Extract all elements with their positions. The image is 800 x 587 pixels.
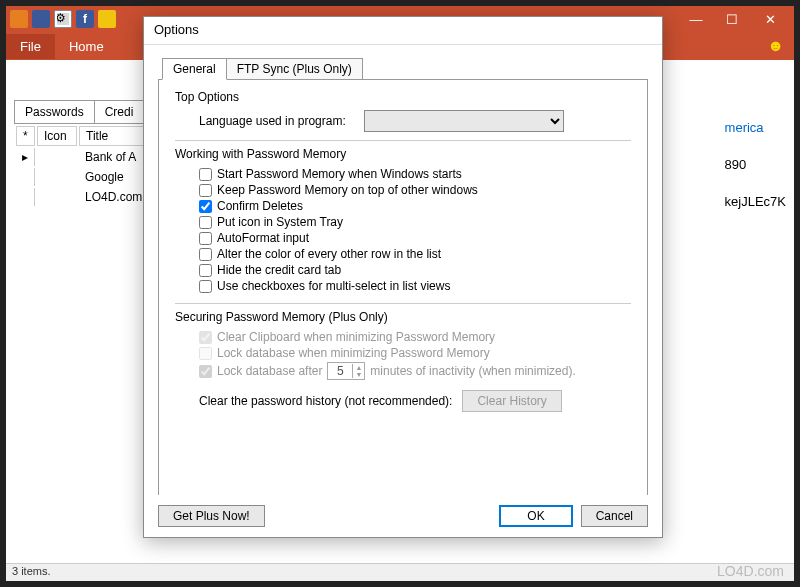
ok-button[interactable]: OK: [499, 505, 572, 527]
titlebar-icon-4[interactable]: [98, 10, 116, 28]
spinner-down-icon: ▼: [353, 371, 364, 378]
cb-start-with-windows[interactable]: [199, 168, 212, 181]
tab-passwords[interactable]: Passwords: [14, 100, 95, 123]
tab-credit-cards[interactable]: Credi: [94, 100, 145, 123]
cb-confirm-deletes[interactable]: [199, 200, 212, 213]
peek-number: 890: [725, 157, 786, 172]
cb-autoformat[interactable]: [199, 232, 212, 245]
group-top-options: Top Options: [175, 90, 631, 104]
col-star[interactable]: *: [16, 126, 35, 146]
col-icon[interactable]: Icon: [37, 126, 77, 146]
language-select[interactable]: [364, 110, 564, 132]
options-tab-ftp[interactable]: FTP Sync (Plus Only): [226, 58, 363, 80]
ribbon-tab-file[interactable]: File: [6, 34, 55, 59]
titlebar-icon-1[interactable]: [32, 10, 50, 28]
lock-after-post: minutes of inactivity (when minimized).: [370, 364, 575, 378]
smile-icon[interactable]: ☻: [767, 37, 784, 55]
cb-system-tray[interactable]: [199, 216, 212, 229]
lock-after-pre: Lock database after: [217, 364, 322, 378]
lock-minutes-spinner: ▲▼: [327, 362, 365, 380]
peek-link[interactable]: merica: [725, 120, 786, 135]
language-label: Language used in program:: [199, 114, 346, 128]
options-tab-general[interactable]: General: [162, 58, 227, 80]
cb-lock-after: [199, 365, 212, 378]
table-row[interactable]: LO4D.com: [16, 188, 159, 206]
clear-history-label: Clear the password history (not recommen…: [199, 394, 452, 408]
cb-keep-on-top[interactable]: [199, 184, 212, 197]
app-icon: [10, 10, 28, 28]
options-dialog: Options General FTP Sync (Plus Only) Top…: [143, 16, 663, 538]
peek-code: kejJLEc7K: [725, 194, 786, 209]
group-securing: Securing Password Memory (Plus Only): [175, 310, 631, 324]
passwords-table: * Icon Title ▸Bank of A Google LO4D.com: [14, 123, 161, 208]
titlebar-icon-2[interactable]: ⚙: [54, 10, 72, 28]
facebook-icon[interactable]: f: [76, 10, 94, 28]
table-row[interactable]: ▸Bank of A: [16, 148, 159, 166]
spinner-up-icon: ▲: [353, 364, 364, 371]
cb-hide-credit[interactable]: [199, 264, 212, 277]
dialog-title: Options: [144, 17, 662, 45]
minimize-button[interactable]: —: [678, 8, 714, 30]
close-button[interactable]: ✕: [750, 8, 790, 30]
cb-lock-minimize: [199, 347, 212, 360]
ribbon-tab-home[interactable]: Home: [55, 34, 118, 59]
statusbar: 3 items.: [6, 563, 794, 581]
cancel-button[interactable]: Cancel: [581, 505, 648, 527]
group-working: Working with Password Memory: [175, 147, 631, 161]
get-plus-button[interactable]: Get Plus Now!: [158, 505, 265, 527]
clear-history-button[interactable]: Clear History: [462, 390, 561, 412]
watermark: LO4D.com: [717, 563, 784, 579]
cb-clear-clipboard: [199, 331, 212, 344]
cb-alter-rows[interactable]: [199, 248, 212, 261]
cb-multiselect[interactable]: [199, 280, 212, 293]
maximize-button[interactable]: ☐: [714, 8, 750, 30]
table-row[interactable]: Google: [16, 168, 159, 186]
